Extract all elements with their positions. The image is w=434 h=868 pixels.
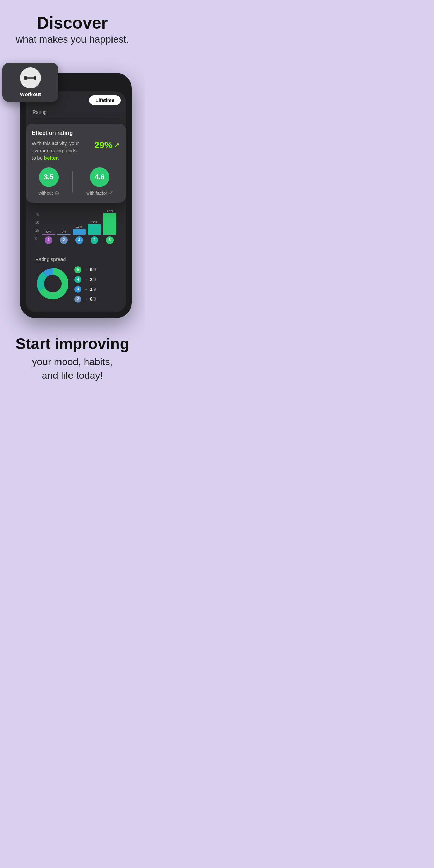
workout-icon-circle [20, 67, 41, 88]
with-label: with factor ✓ [86, 190, 113, 196]
bars-container: 0% 1 0% 2 [42, 212, 116, 244]
y-label-0: 0 [35, 237, 39, 240]
with-side: 4.6 with factor ✓ [86, 167, 113, 196]
bar-5: 67% 5 [103, 209, 116, 244]
bar-4-dot: 4 [91, 236, 98, 244]
workout-card: Workout [2, 63, 58, 102]
bar-1: 0% 1 [42, 230, 55, 244]
spread-item-2: 2 → 0/9 [74, 296, 96, 303]
bar-4-pct: 22% [91, 220, 97, 224]
spread-item-3: 3 → 1/9 [74, 286, 96, 293]
rating-divider [31, 118, 121, 118]
bar-2-fill [57, 234, 71, 235]
bottom-subtitle: your mood, habits,and life today! [15, 355, 129, 382]
bar-3-dot: 3 [75, 236, 83, 244]
spread-count-4: 2/9 [90, 277, 96, 282]
bar-3-fill [73, 229, 86, 235]
spread-dot-2: 2 [74, 296, 81, 303]
spread-dot-5: 5 [74, 266, 81, 273]
bottom-section: Start improving your mood, habits,and li… [7, 321, 137, 390]
spread-dot-3: 3 [74, 286, 81, 293]
spread-content: 5 → 6/9 4 → 2/9 3 [35, 266, 116, 303]
effect-popup: Effect on rating With this activity, you… [26, 124, 126, 203]
phone-inner: ··· Lifetime Rating Effect on rating Wit… [26, 91, 126, 312]
dumbbell-icon [24, 72, 37, 84]
spread-count-3: 1/9 [90, 287, 96, 292]
effect-better: better [44, 155, 58, 161]
bar-1-pct: 0% [46, 230, 51, 233]
bar-1-fill [42, 234, 55, 235]
lifetime-badge: Lifetime [89, 95, 121, 105]
effect-percentage-row: 29% ↗ [94, 140, 120, 151]
bar-2-dot: 2 [60, 236, 68, 244]
check-icon: ✓ [109, 190, 113, 196]
y-axis: 75 50 25 0 [35, 212, 41, 240]
bar-2-pct: 0% [62, 230, 66, 233]
donut-chart [35, 266, 70, 303]
effect-desc-suffix: . [58, 155, 59, 161]
page-wrapper: Discover what makes you happiest. Workou… [0, 0, 145, 404]
y-label-25: 25 [35, 229, 39, 232]
bar-3: 11% 3 [73, 225, 86, 244]
svg-rect-0 [26, 77, 35, 79]
bar-4-fill [88, 224, 101, 235]
without-label: without ⊖ [38, 190, 59, 196]
compare-divider [72, 171, 73, 192]
bar-3-pct: 11% [76, 225, 82, 229]
rating-label: Rating [31, 109, 121, 115]
bar-5-dot: 5 [106, 236, 114, 244]
y-label-75: 75 [35, 212, 39, 216]
svg-rect-3 [25, 77, 27, 79]
header-section: Discover what makes you happiest. [0, 0, 145, 52]
y-label-50: 50 [35, 220, 39, 224]
spread-legend: 5 → 6/9 4 → 2/9 3 [74, 266, 96, 303]
header-title: Discover [7, 14, 138, 32]
spread-count-5: 6/9 [90, 267, 96, 272]
with-circle: 4.6 [90, 167, 109, 187]
percentage-text: 29% [94, 140, 113, 151]
effect-description: With this activity, your average rating … [32, 140, 80, 162]
bar-5-pct: 67% [107, 209, 113, 212]
workout-label: Workout [20, 91, 41, 97]
trend-arrow-icon: ↗ [114, 141, 120, 149]
rating-spread-section: Rating spread [31, 252, 121, 307]
spread-dot-4: 4 [74, 276, 81, 283]
svg-rect-4 [34, 77, 36, 79]
bar-1-dot: 1 [45, 236, 52, 244]
minus-icon: ⊖ [55, 190, 59, 196]
without-circle: 3.5 [39, 167, 59, 187]
bar-chart: 75 50 25 0 0% 1 [35, 212, 116, 244]
without-side: 3.5 without ⊖ [38, 167, 59, 196]
bottom-title: Start improving [15, 335, 129, 352]
phone-notch [58, 79, 93, 88]
header-subtitle: what makes you happiest. [7, 34, 138, 45]
compare-row: 3.5 without ⊖ 4.6 with factor [32, 167, 120, 196]
bar-2: 0% 2 [57, 230, 71, 244]
spread-item-4: 4 → 2/9 [74, 276, 96, 283]
donut-hole [45, 276, 60, 291]
phone-mockup: ··· Lifetime Rating Effect on rating Wit… [20, 73, 132, 318]
effect-title: Effect on rating [32, 130, 120, 136]
bar-5-fill [103, 213, 116, 235]
bar-chart-section: 75 50 25 0 0% 1 [31, 208, 121, 248]
spread-item-5: 5 → 6/9 [74, 266, 96, 273]
spread-count-2: 0/9 [90, 296, 96, 302]
bar-4: 22% 4 [88, 220, 101, 244]
spread-title: Rating spread [35, 256, 116, 262]
